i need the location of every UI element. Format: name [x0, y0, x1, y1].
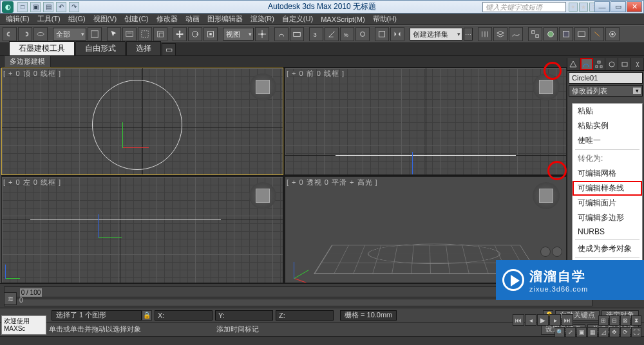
window-close-button[interactable]: ✕ — [627, 1, 642, 12]
ctx-paste[interactable]: 粘贴 — [573, 104, 642, 118]
curve-editor-icon[interactable] — [509, 27, 523, 41]
viewport-front[interactable]: [ + 0 前 0 线框 ] — [285, 68, 567, 175]
info-center-icon[interactable]: ✦ — [569, 3, 578, 12]
bind-icon[interactable] — [33, 27, 48, 41]
menu-tools[interactable]: 工具(T) — [34, 14, 64, 24]
percent-snap-icon[interactable]: % — [340, 27, 354, 41]
favorite-icon[interactable]: ★ — [579, 3, 588, 12]
ribbon-tab-graphite[interactable]: 石墨建模工具 — [9, 41, 75, 55]
select-object-icon[interactable] — [107, 27, 121, 41]
edit-named-sel-icon[interactable] — [375, 27, 389, 41]
menu-help[interactable]: 帮助(H) — [370, 14, 400, 24]
snap-icon[interactable]: 3 — [309, 27, 323, 41]
manipulate-icon[interactable] — [274, 27, 289, 41]
zoom-all-icon[interactable]: ⤢ — [565, 327, 576, 337]
ctx-convert-nurbs[interactable]: NURBS — [573, 225, 642, 238]
coord-z-input[interactable]: Z: — [276, 310, 334, 321]
new-icon[interactable]: □ — [17, 2, 28, 12]
spinner-snap-icon[interactable] — [355, 27, 370, 41]
steering-wheel[interactable] — [540, 247, 562, 257]
window-maximize-button[interactable]: ▭ — [611, 1, 626, 12]
zoom-extents-all-icon[interactable]: ▦ — [587, 327, 598, 337]
named-selection-input[interactable]: 创建选择集 — [410, 28, 462, 41]
goto-start-icon[interactable]: ⏮ — [513, 314, 524, 326]
lock-selection-icon[interactable]: 🔒 — [142, 310, 152, 321]
menu-modifiers[interactable]: 修改器 — [153, 14, 181, 24]
zoom-extents-icon[interactable]: ▣ — [576, 327, 587, 337]
rotate-icon[interactable] — [188, 27, 202, 41]
viewcube-icon[interactable] — [249, 182, 276, 209]
circle-object[interactable] — [364, 243, 504, 263]
viewport-label[interactable]: [ + 0 前 0 线框 ] — [287, 69, 345, 79]
help-search-input[interactable]: 键入关键字或短语 — [482, 2, 566, 12]
cmd-tab-utilities-icon[interactable] — [631, 58, 644, 70]
menu-customize[interactable]: 自定义(U) — [279, 14, 316, 24]
comm-center-icon[interactable]: ⊠ — [620, 315, 630, 326]
select-filter-icon[interactable] — [88, 27, 102, 41]
select-region-icon[interactable] — [138, 27, 152, 41]
ctx-convert-spline[interactable]: 可编辑样条线 — [573, 181, 642, 196]
mirror-icon[interactable] — [390, 27, 404, 41]
select-name-icon[interactable] — [122, 27, 137, 41]
link-icon[interactable] — [3, 27, 17, 41]
play-icon[interactable]: ▶ — [537, 314, 549, 326]
viewport-left[interactable]: [ + 0 左 0 线框 ] — [1, 176, 283, 284]
layers-icon[interactable] — [493, 27, 507, 41]
app-icon[interactable]: ◐ — [2, 1, 14, 13]
open-icon[interactable]: ▣ — [30, 2, 41, 12]
ref-coord-dropdown[interactable]: 视图 — [223, 28, 254, 41]
cmd-tab-motion-icon[interactable] — [605, 58, 618, 70]
object-name-input[interactable]: Circle01 — [569, 72, 643, 84]
render-frame-icon[interactable] — [574, 27, 589, 41]
viewport-label[interactable]: [ + 0 顶 0 线框 ] — [3, 69, 61, 79]
cmd-tab-hierarchy-icon[interactable] — [593, 58, 606, 70]
ribbon-expand-icon[interactable]: ▭ — [162, 43, 176, 55]
ctx-make-reference[interactable]: 使成为参考对象 — [573, 241, 642, 256]
render-icon[interactable] — [605, 27, 620, 41]
menu-views[interactable]: 视图(V) — [90, 14, 120, 24]
save-icon[interactable]: ▤ — [43, 2, 53, 12]
menu-render[interactable]: 渲染(R) — [247, 14, 278, 24]
ctx-convert-patch[interactable]: 可编辑面片 — [573, 196, 642, 210]
modifier-list-dropdown[interactable]: 修改器列表 — [569, 85, 643, 97]
ctx-paste-instance[interactable]: 粘贴实例 — [573, 118, 642, 133]
cmd-tab-create-icon[interactable] — [567, 58, 580, 70]
menu-graph[interactable]: 图形编辑器 — [204, 14, 246, 24]
coord-x-input[interactable]: X: — [155, 310, 213, 321]
menu-create[interactable]: 创建(C) — [121, 14, 151, 24]
isolate-icon[interactable]: ⊞ — [598, 315, 609, 326]
viewport-top[interactable]: [ + 0 顶 0 线框 ] — [1, 68, 283, 175]
orbit-icon[interactable]: ⟳ — [620, 327, 630, 337]
align-icon[interactable] — [478, 27, 492, 41]
ctx-make-unique[interactable]: 使唯一 — [573, 133, 642, 148]
zoom-icon[interactable]: 🔍 — [554, 327, 565, 337]
named-selection-clear[interactable]: ⋯ — [464, 28, 473, 41]
ribbon-panel-polymodeling[interactable]: 多边形建模 — [4, 55, 51, 68]
coord-y-input[interactable]: Y: — [215, 310, 273, 321]
pivot-icon[interactable] — [255, 27, 269, 41]
angle-snap-icon[interactable] — [325, 27, 339, 41]
max-viewport-icon[interactable]: ⛶ — [631, 327, 641, 337]
ctx-convert-mesh[interactable]: 可编辑网格 — [573, 166, 642, 181]
menu-animation[interactable]: 动画 — [182, 14, 203, 24]
open-mini-curve-editor-icon[interactable]: ≋ — [4, 292, 17, 305]
viewcube-icon[interactable] — [249, 73, 276, 100]
goto-end-icon[interactable]: ⏭ — [562, 314, 573, 326]
add-time-tag[interactable]: 添加时间标记 — [216, 324, 294, 334]
quick-render-icon[interactable] — [590, 27, 604, 41]
viewport-label[interactable]: [ + 0 左 0 线框 ] — [3, 178, 61, 187]
viewcube-icon[interactable] — [533, 73, 560, 100]
unlink-icon[interactable] — [18, 27, 32, 41]
time-config-icon[interactable]: ⧗ — [631, 315, 641, 326]
keyboard-icon[interactable] — [290, 27, 304, 41]
maxscript-listener[interactable]: 欢迎使用 MAXSc — [1, 315, 46, 335]
prev-frame-icon[interactable]: ◂ — [525, 314, 536, 326]
menu-edit[interactable]: 编辑(E) — [3, 14, 33, 24]
move-icon[interactable] — [173, 27, 187, 41]
window-crossing-icon[interactable] — [153, 27, 167, 41]
viewport-label[interactable]: [ + 0 透视 0 平滑 + 高光 ] — [287, 178, 378, 187]
ctx-convert-poly[interactable]: 可编辑多边形 — [573, 210, 642, 225]
viewcube-icon[interactable] — [533, 182, 560, 209]
ribbon-tab-freeform[interactable]: 自由形式 — [75, 41, 126, 55]
ribbon-tab-selection[interactable]: 选择 — [126, 41, 161, 55]
